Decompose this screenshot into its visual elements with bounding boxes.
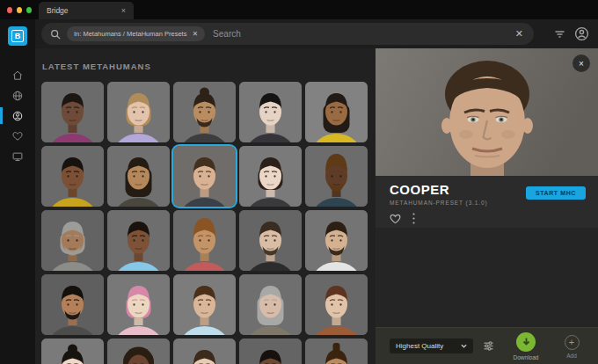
monitor-icon	[11, 150, 24, 163]
metahuman-tile-12[interactable]	[173, 210, 236, 271]
close-icon: ×	[579, 59, 584, 69]
metahuman-thumbnail	[107, 339, 170, 364]
metahuman-thumbnail	[41, 146, 104, 207]
metahuman-thumbnail	[305, 274, 368, 335]
metahuman-thumbnail	[107, 146, 170, 207]
add-button[interactable]: + Add	[557, 333, 587, 359]
metahuman-tile-17[interactable]	[173, 274, 236, 335]
sidebar-item-favorites[interactable]	[0, 126, 35, 146]
metahuman-tile-19[interactable]	[305, 274, 368, 335]
metahuman-tile-18[interactable]	[239, 274, 302, 335]
detail-panel: × COOPER METAHUMAN-PRESET (3.1.0)	[376, 48, 598, 364]
more-options-button[interactable]	[412, 212, 415, 228]
metahuman-thumbnail	[305, 82, 368, 142]
quality-dropdown[interactable]: Highest Quality	[390, 339, 473, 353]
metahuman-tile-22[interactable]	[173, 339, 236, 364]
metahuman-thumbnail	[173, 210, 236, 271]
sidebar-item-metahumans[interactable]	[0, 106, 35, 126]
sidebar: B	[0, 19, 35, 364]
metahuman-tile-2[interactable]	[173, 82, 236, 142]
bridge-app-window: Bridge × B In: Metahumans / MetaHuman Pr…	[0, 0, 598, 364]
download-arrow-icon	[521, 337, 531, 346]
metahuman-thumbnail	[305, 210, 368, 271]
search-input[interactable]: In: Metahumans / MetaHuman Presets ✕ Sea…	[41, 23, 534, 45]
filter-chip-label: In: Metahumans / MetaHuman Presets	[74, 30, 186, 38]
user-account-icon	[574, 26, 589, 41]
metahuman-tile-5[interactable]	[41, 146, 104, 207]
metahuman-thumbnail	[41, 339, 104, 364]
window-tab-bar: Bridge ×	[0, 0, 598, 19]
home-icon	[11, 69, 24, 82]
metahuman-grid	[41, 82, 376, 364]
sidebar-item-home[interactable]	[0, 65, 35, 85]
metahuman-thumbnail	[41, 274, 104, 335]
chip-close-icon[interactable]: ✕	[192, 30, 198, 38]
asset-info-bar: COOPER METAHUMAN-PRESET (3.1.0)	[376, 176, 598, 228]
sidebar-item-local[interactable]	[0, 146, 35, 166]
metahuman-thumbnail	[41, 82, 104, 142]
tab-bridge[interactable]: Bridge ×	[39, 2, 134, 19]
download-settings-button[interactable]	[483, 340, 494, 352]
metahuman-tile-14[interactable]	[305, 210, 368, 271]
metahuman-tile-23[interactable]	[239, 339, 302, 364]
metahuman-tile-15[interactable]	[41, 274, 104, 335]
search-placeholder: Search	[213, 29, 514, 39]
metahuman-thumbnail	[239, 146, 302, 207]
metahuman-tile-10[interactable]	[41, 210, 104, 271]
metahuman-thumbnail	[107, 210, 170, 271]
metahuman-tile-24[interactable]	[305, 339, 368, 364]
search-clear-icon[interactable]: ✕	[514, 28, 525, 40]
globe-icon	[11, 90, 24, 102]
search-filter-chip[interactable]: In: Metahumans / MetaHuman Presets ✕	[67, 26, 205, 41]
metahuman-tile-9[interactable]	[305, 146, 368, 207]
metahuman-tile-13[interactable]	[239, 210, 302, 271]
tab-close-icon[interactable]: ×	[121, 7, 126, 15]
close-window-button[interactable]	[7, 7, 12, 13]
account-button[interactable]	[574, 26, 589, 41]
metahuman-thumbnail	[173, 339, 236, 364]
metahuman-thumbnail	[239, 210, 302, 271]
panel-close-button[interactable]: ×	[572, 55, 590, 72]
panel-footer: Highest Quality	[376, 327, 598, 364]
add-label: Add	[566, 353, 577, 359]
filter-icon	[554, 28, 565, 40]
metahuman-thumbnail	[173, 274, 236, 335]
metahuman-thumbnail	[305, 339, 368, 364]
download-circle	[516, 332, 536, 352]
metahuman-thumbnail	[305, 146, 368, 207]
asset-subtitle: METAHUMAN-PRESET (3.1.0)	[390, 200, 526, 206]
metahuman-tile-1[interactable]	[107, 82, 170, 142]
metahuman-tile-3[interactable]	[239, 82, 302, 142]
content-grid-area: LATEST METAHUMANS	[35, 48, 376, 364]
sidebar-item-browse[interactable]	[0, 85, 35, 106]
panel-body	[376, 228, 598, 327]
zoom-window-button[interactable]	[26, 7, 32, 13]
metahuman-tile-4[interactable]	[305, 82, 368, 142]
metahuman-tile-0[interactable]	[41, 82, 104, 142]
window-controls	[0, 0, 39, 19]
metahuman-thumbnail	[173, 146, 236, 207]
metahuman-tile-20[interactable]	[41, 339, 104, 364]
sidebar-nav	[0, 65, 35, 166]
metahuman-tile-11[interactable]	[107, 210, 170, 271]
metahuman-tile-16[interactable]	[107, 274, 170, 335]
metahuman-tile-21[interactable]	[107, 339, 170, 364]
filter-button[interactable]	[554, 28, 565, 40]
download-label: Download	[514, 354, 539, 360]
metahuman-thumbnail	[239, 339, 302, 364]
heart-icon	[11, 130, 24, 142]
metahuman-tile-7-selected[interactable]	[173, 146, 236, 207]
minimize-window-button[interactable]	[17, 7, 22, 13]
chevron-down-icon	[461, 343, 467, 349]
asset-preview: ×	[376, 48, 598, 176]
bridge-logo[interactable]: B	[8, 26, 27, 46]
metahuman-thumbnail	[239, 274, 302, 335]
metahuman-thumbnail	[239, 82, 302, 142]
quality-selected-value: Highest Quality	[396, 342, 443, 350]
search-icon	[50, 29, 61, 40]
metahuman-tile-8[interactable]	[239, 146, 302, 207]
metahuman-tile-6[interactable]	[107, 146, 170, 207]
start-mhc-button[interactable]: START MHC	[526, 186, 586, 200]
favorite-button[interactable]	[390, 212, 401, 228]
download-button[interactable]: Download	[506, 332, 546, 360]
